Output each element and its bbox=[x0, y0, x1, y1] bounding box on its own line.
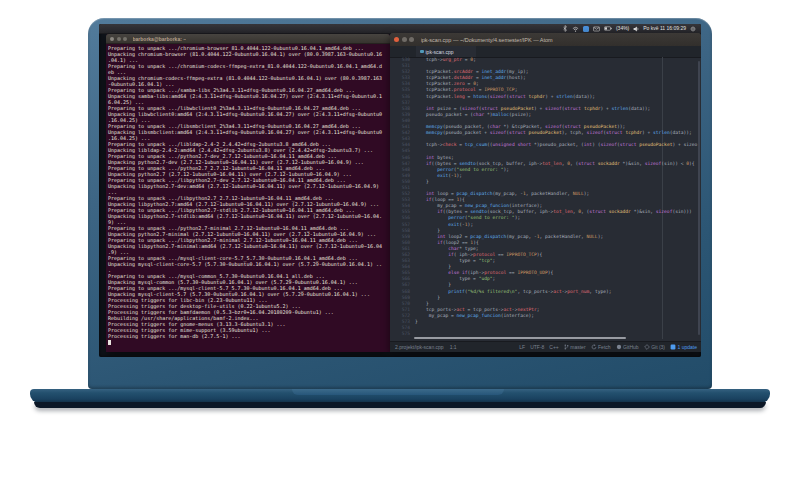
sync-icon bbox=[591, 344, 597, 350]
session-gear-icon[interactable] bbox=[690, 26, 696, 32]
horizontal-scrollbar[interactable] bbox=[414, 337, 626, 339]
laptop-mockup: (34%) Po kvě 11 16:09:29 barborka@barbor… bbox=[0, 0, 800, 477]
status-item-lf[interactable]: LF bbox=[519, 344, 525, 350]
status-bar: 2.projekt/ipk-scan.cpp 1:1 LFUTF-8C++mas… bbox=[390, 341, 701, 352]
status-file-path[interactable]: 2.projekt/ipk-scan.cpp bbox=[395, 344, 444, 350]
status-item-label: UTF-8 bbox=[530, 344, 544, 350]
status-item-git-3-[interactable]: Git (3) bbox=[644, 344, 665, 350]
close-button[interactable] bbox=[110, 37, 114, 41]
close-button[interactable] bbox=[394, 37, 399, 42]
terminal-line: Unpacking libpython2.7-dev:amd64 (2.7.12… bbox=[108, 183, 390, 189]
maximize-button[interactable] bbox=[409, 37, 414, 42]
status-item-label: GitHub bbox=[623, 344, 639, 350]
update-icon bbox=[670, 344, 676, 350]
status-item-label: Git (3) bbox=[651, 344, 665, 350]
terminal-output[interactable]: Preparing to unpack .../chromium-browser… bbox=[106, 43, 390, 352]
branch-icon bbox=[564, 344, 569, 350]
keyboard-indicator[interactable] bbox=[583, 26, 589, 32]
status-item-label: master bbox=[570, 344, 585, 350]
editor-title: ipk-scan.cpp — ~/Dokumenty/4.semester/IP… bbox=[421, 37, 553, 43]
terminal-line: Unpacking libpython2.7-stdlib:amd64 (2.7… bbox=[108, 213, 390, 219]
tab-ipk-scan[interactable]: ipk-scan.cpp bbox=[416, 46, 476, 57]
terminal-line: Unpacking libsmbclient:amd64 (2:4.3.11+d… bbox=[108, 129, 390, 135]
tab-label: ipk-scan.cpp bbox=[426, 49, 454, 55]
git-icon bbox=[644, 344, 650, 350]
github-icon bbox=[616, 344, 622, 350]
terminal-line: Unpacking chromium-browser (81.0.4044.12… bbox=[108, 51, 390, 57]
status-item-utf-8[interactable]: UTF-8 bbox=[530, 344, 544, 350]
terminal-line: Unpacking samba-libs:amd64 (2:4.3.11+dfs… bbox=[108, 93, 390, 99]
screen: (34%) Po kvě 11 16:09:29 barborka@barbor… bbox=[99, 24, 701, 357]
terminal-line: Preparing to unpack .../chromium-codecs-… bbox=[108, 63, 390, 69]
minimize-button[interactable] bbox=[117, 37, 121, 41]
wifi-icon[interactable] bbox=[572, 26, 579, 32]
battery-icon[interactable] bbox=[604, 26, 612, 31]
status-item-c-[interactable]: C++ bbox=[549, 344, 558, 350]
code-editor[interactable]: 530 tcph->urg_ptr = 0;531532 tcpPacket.s… bbox=[390, 57, 701, 339]
system-tray: (34%) Po kvě 11 16:09:29 bbox=[562, 24, 701, 33]
laptop-base-edge bbox=[34, 402, 766, 408]
terminal-cursor bbox=[108, 340, 111, 345]
status-item-fetch[interactable]: Fetch bbox=[591, 344, 611, 350]
status-item-label: C++ bbox=[549, 344, 558, 350]
battery-percentage[interactable]: (34%) bbox=[616, 24, 629, 33]
line-number: 575 bbox=[390, 331, 415, 337]
terminal-line: Unpacking libwbclient0:amd64 (2:4.3.11+d… bbox=[108, 111, 390, 117]
terminal-window: barborka@barborka: ~ Preparing to unpack… bbox=[106, 34, 390, 352]
minimize-button[interactable] bbox=[402, 37, 407, 42]
terminal-line: Unpacking libpython2.7-minimal:amd64 (2.… bbox=[108, 243, 390, 249]
editor-window: ipk-scan.cpp — ~/Dokumenty/4.semester/IP… bbox=[390, 33, 701, 352]
terminal-title: barborka@barborka: ~ bbox=[133, 36, 187, 42]
status-item-label: Fetch bbox=[598, 344, 611, 350]
cpp-file-icon bbox=[420, 50, 424, 54]
clock[interactable]: Po kvě 11 16:09:29 bbox=[643, 24, 686, 33]
laptop-base-notch bbox=[292, 389, 504, 395]
status-item-master[interactable]: master bbox=[564, 344, 586, 350]
maximize-button[interactable] bbox=[123, 37, 127, 41]
status-cursor-position[interactable]: 1:1 bbox=[450, 344, 457, 350]
status-item-label: 1 update bbox=[678, 344, 697, 350]
status-item-github[interactable]: GitHub bbox=[616, 344, 639, 350]
editor-titlebar[interactable]: ipk-scan.cpp — ~/Dokumenty/4.semester/IP… bbox=[390, 33, 701, 47]
volume-icon[interactable] bbox=[633, 26, 639, 32]
terminal-line: Unpacking mysql-client-core-5.7 (5.7.30-… bbox=[108, 261, 390, 267]
bluetooth-icon[interactable] bbox=[562, 25, 568, 32]
terminal-line: Processing triggers for man-db (2.7.5-1)… bbox=[108, 333, 390, 339]
status-item-1-update[interactable]: 1 update bbox=[670, 344, 697, 350]
mail-icon[interactable] bbox=[593, 26, 600, 32]
status-item-label: LF bbox=[519, 344, 525, 350]
